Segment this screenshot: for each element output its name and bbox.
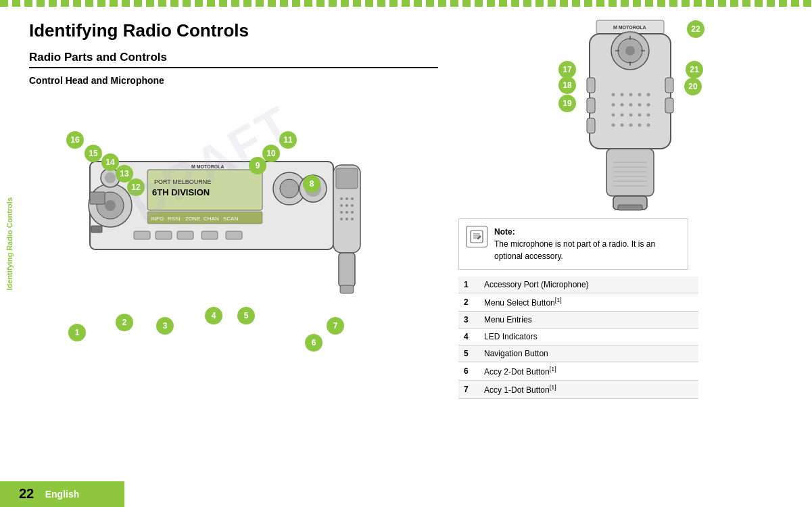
svg-rect-20 (134, 231, 150, 239)
svg-rect-43 (339, 253, 355, 287)
svg-point-72 (629, 114, 633, 117)
svg-rect-57 (587, 118, 595, 133)
svg-point-40 (340, 218, 343, 220)
page-title: Identifying Radio Controls (29, 20, 438, 41)
svg-point-3 (105, 200, 116, 211)
callout-4: 4 (205, 307, 222, 324)
mic-diagram: 22 21 20 17 18 19 M MOTOROLA (556, 17, 704, 213)
svg-point-35 (345, 204, 348, 207)
svg-text:INFO: INFO (151, 216, 164, 222)
sidebar-text: Identifying Radio Controls (5, 197, 14, 291)
callout-5: 5 (237, 307, 255, 324)
svg-point-36 (351, 204, 354, 207)
row-number: 6 (458, 362, 479, 381)
svg-point-79 (647, 124, 650, 127)
callout-1: 1 (68, 324, 86, 341)
table-row: 1Accessory Port (Microphone) (458, 276, 698, 293)
svg-point-64 (647, 93, 650, 97)
svg-rect-27 (90, 192, 105, 204)
svg-point-76 (621, 124, 624, 127)
callout-8: 8 (303, 175, 320, 193)
row-label: LED Indicators (479, 329, 698, 345)
svg-rect-44 (340, 285, 354, 293)
callout-11: 11 (279, 131, 297, 149)
row-number: 3 (458, 312, 479, 329)
row-label: Menu Entries (479, 312, 698, 329)
svg-point-66 (621, 103, 624, 107)
svg-point-75 (612, 124, 615, 127)
microphone-illustration: M MOTOROLA (569, 17, 691, 213)
svg-rect-22 (177, 231, 193, 239)
svg-point-74 (647, 114, 650, 117)
svg-rect-59 (665, 98, 673, 113)
svg-point-77 (629, 124, 633, 127)
left-panel: Identifying Radio Controls Radio Parts a… (19, 7, 452, 507)
svg-point-71 (621, 114, 624, 117)
table-row: 7Accy 1-Dot Button[1] (458, 381, 698, 399)
row-number: 2 (458, 293, 479, 312)
svg-point-69 (647, 103, 650, 107)
svg-text:M MOTOROLA: M MOTOROLA (191, 164, 224, 169)
callout-21: 21 (686, 61, 703, 78)
svg-rect-30 (336, 168, 358, 189)
callout-7: 7 (327, 317, 344, 335)
main-content: Identifying Radio Controls Radio Parts a… (19, 7, 812, 507)
svg-point-38 (345, 211, 348, 214)
svg-text:RSSI: RSSI (168, 216, 181, 222)
svg-point-60 (612, 93, 615, 97)
note-title: Note: (494, 226, 681, 238)
row-label: Accessory Port (Microphone) (479, 276, 698, 293)
svg-point-33 (351, 197, 354, 200)
row-label: Navigation Button (479, 345, 698, 362)
svg-point-62 (629, 93, 633, 97)
callout-10: 10 (262, 145, 280, 162)
svg-rect-58 (665, 78, 673, 93)
note-box: Note: The microphone is not part of a ra… (458, 218, 688, 270)
svg-point-61 (621, 93, 624, 97)
table-row: 2Menu Select Button[1] (458, 293, 698, 312)
svg-point-67 (629, 103, 633, 107)
row-number: 5 (458, 345, 479, 362)
mic-handset-small (320, 162, 374, 297)
svg-point-65 (612, 103, 615, 107)
svg-point-37 (340, 211, 343, 214)
svg-point-78 (638, 124, 642, 127)
callout-19: 19 (558, 95, 576, 112)
svg-text:CHAN: CHAN (204, 216, 219, 222)
svg-point-73 (638, 114, 642, 117)
svg-point-16 (280, 179, 299, 198)
svg-rect-80 (606, 149, 654, 196)
svg-rect-21 (156, 231, 172, 239)
callout-3: 3 (156, 317, 174, 335)
table-row: 4LED Indicators (458, 329, 698, 345)
svg-text:PORT MELBOURNE: PORT MELBOURNE (154, 178, 211, 185)
callout-18: 18 (558, 76, 576, 94)
svg-point-42 (351, 218, 354, 220)
table-row: 3Menu Entries (458, 312, 698, 329)
callout-20: 20 (684, 78, 702, 95)
svg-text:ZONE: ZONE (185, 216, 200, 222)
svg-point-34 (340, 204, 343, 207)
row-number: 7 (458, 381, 479, 399)
svg-rect-56 (587, 98, 595, 113)
note-body: The microphone is not part of a radio. I… (494, 238, 681, 262)
svg-rect-24 (226, 231, 242, 239)
table-row: 6Accy 2-Dot Button[1] (458, 362, 698, 381)
svg-point-5 (105, 172, 116, 183)
svg-point-41 (345, 218, 348, 220)
callout-6: 6 (305, 334, 323, 352)
svg-point-68 (638, 103, 642, 107)
parts-table: 1Accessory Port (Microphone)2Menu Select… (458, 276, 698, 399)
svg-rect-82 (618, 205, 642, 210)
svg-rect-55 (587, 78, 595, 93)
svg-point-70 (612, 114, 615, 117)
section-title: Radio Parts and Controls (29, 51, 438, 68)
callout-9: 9 (249, 157, 266, 174)
svg-text:SCAN: SCAN (223, 216, 238, 222)
svg-point-32 (345, 197, 348, 200)
subsection-title: Control Head and Microphone (29, 75, 438, 86)
right-panel: 22 21 20 17 18 19 M MOTOROLA (452, 7, 812, 507)
svg-point-50 (625, 46, 635, 55)
row-label: Accy 1-Dot Button[1] (479, 381, 698, 399)
callout-16: 16 (66, 131, 84, 149)
